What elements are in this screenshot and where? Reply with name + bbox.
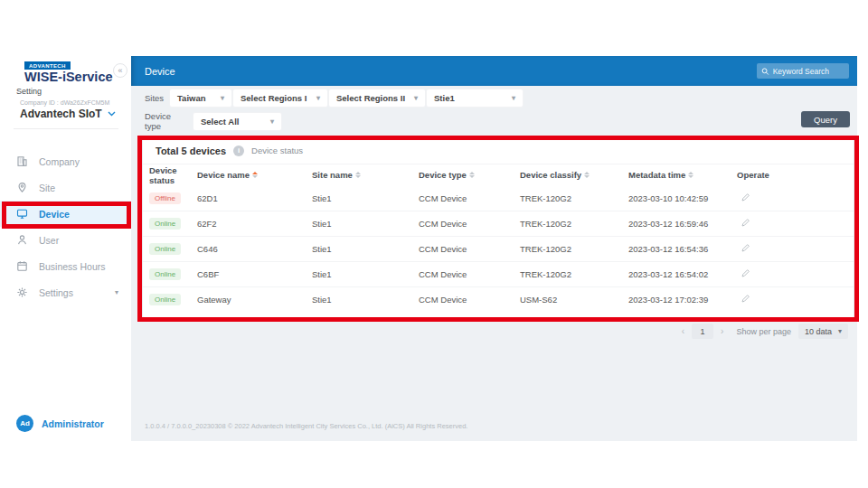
device-name-cell: Gateway (197, 295, 312, 305)
page-number-button[interactable]: 1 (692, 324, 713, 339)
edit-pencil-icon[interactable] (741, 192, 750, 202)
sidebar-collapse-button[interactable]: « (113, 63, 127, 78)
col-device-status: Device status (149, 165, 197, 185)
status-badge: Online (149, 218, 181, 230)
sidebar-item-settings[interactable]: Settings ▾ (0, 279, 131, 305)
metadata-time-cell: 2023-03-12 17:02:39 (628, 295, 737, 305)
device-status-legend-label: Device status (251, 145, 303, 155)
edit-pencil-icon[interactable] (741, 268, 750, 278)
chevron-down-icon: ▾ (270, 117, 274, 126)
query-button[interactable]: Query (801, 111, 850, 127)
device-type-filter-row: Device type Select All▾ (145, 111, 283, 131)
sidebar-divider (14, 128, 118, 129)
prev-page-icon[interactable]: ‹ (682, 327, 684, 336)
device-type-select[interactable]: Select All▾ (193, 113, 281, 130)
device-table-card: Total 5 devices i Device status Device s… (143, 137, 854, 318)
total-devices-label: Total 5 devices (156, 145, 226, 156)
sidebar-item-company[interactable]: Company (0, 148, 131, 174)
sidebar-item-label: Business Hours (39, 261, 106, 272)
device-name-cell: 62D1 (197, 193, 312, 203)
version-footer: 1.0.0.4 / 7.0.0.0_20230308 © 2022 Advant… (145, 422, 467, 430)
sidebar-item-label: Settings (39, 287, 73, 298)
device-type-cell: CCM Device (419, 295, 520, 305)
site-select[interactable]: Stie1▾ (427, 89, 523, 107)
device-type-cell: CCM Device (419, 269, 520, 279)
col-device-classify[interactable]: Device classify (520, 170, 628, 180)
gear-icon (16, 286, 28, 298)
edit-pencil-icon[interactable] (741, 294, 750, 304)
edit-pencil-icon[interactable] (741, 243, 750, 253)
sidebar-item-site[interactable]: Site (0, 174, 131, 201)
sidebar-item-business-hours[interactable]: Business Hours (0, 253, 131, 279)
user-name: Administrator (42, 418, 104, 429)
site-name-cell: Stie1 (312, 269, 419, 279)
col-site-name[interactable]: Site name (312, 170, 419, 180)
tenant-selector[interactable]: Advantech SIoT (20, 108, 116, 120)
current-user[interactable]: Ad Administrator (16, 415, 104, 432)
sidebar-item-label: Site (39, 183, 55, 193)
site-country-select[interactable]: Taiwan▾ (170, 89, 231, 107)
topbar: Device (131, 56, 857, 86)
collapse-icon: « (118, 66, 122, 75)
chevron-down-icon: ▾ (221, 94, 224, 102)
device-name-cell: 62F2 (197, 219, 312, 229)
col-device-type[interactable]: Device type (419, 170, 520, 180)
col-operate: Operate (737, 170, 854, 180)
chevron-down-icon (108, 111, 116, 117)
avatar: Ad (16, 415, 33, 432)
sort-icon (355, 172, 361, 178)
show-per-page-label: Show per page (736, 327, 791, 336)
building-icon (16, 155, 28, 167)
status-badge: Online (149, 268, 181, 280)
table-column-headers: Device status Device name Site name Devi… (143, 164, 854, 185)
device-name-cell: C646 (197, 244, 312, 254)
table-row: Online C6BF Stie1 CCM Device TREK-120G2 … (143, 261, 854, 286)
region1-select[interactable]: Select Regions I▾ (233, 89, 327, 107)
tenant-name: Advantech SIoT (20, 108, 102, 120)
sidebar-item-device[interactable]: Device (0, 201, 131, 227)
site-pin-icon (16, 182, 28, 193)
sort-icon (584, 172, 590, 178)
site-name-cell: Stie1 (312, 193, 419, 203)
sort-icon (688, 172, 693, 178)
status-badge: Offline (149, 192, 181, 204)
region2-select[interactable]: Select Regions II▾ (329, 89, 425, 107)
next-page-icon[interactable]: › (721, 327, 723, 336)
app-window: ADVANTECH WISE-iService Setting « Compan… (0, 56, 857, 441)
sidebar-item-label: Company (39, 156, 80, 167)
status-badge: Online (149, 243, 181, 255)
sidebar-item-user[interactable]: User (0, 227, 131, 253)
device-classify-cell: TREK-120G2 (520, 193, 628, 203)
metadata-time-cell: 2023-03-10 10:42:59 (628, 193, 737, 203)
sort-icon (469, 172, 475, 178)
status-badge: Online (149, 294, 181, 305)
site-name-cell: Stie1 (312, 244, 419, 254)
device-type-label: Device type (145, 111, 186, 131)
search-icon (761, 67, 769, 76)
device-classify-cell: TREK-120G2 (520, 269, 628, 279)
table-header-bar: Total 5 devices i Device status (143, 137, 854, 164)
info-icon[interactable]: i (233, 145, 244, 156)
table-row: Online Gateway Stie1 CCM Device USM-S62 … (143, 286, 854, 312)
search-input[interactable] (773, 67, 844, 76)
table-row: Offline 62D1 Stie1 CCM Device TREK-120G2… (143, 185, 854, 211)
device-type-cell: CCM Device (419, 244, 520, 254)
chevron-down-icon: ▾ (512, 94, 515, 102)
sidebar-item-label: Device (39, 209, 70, 220)
col-device-name[interactable]: Device name (197, 170, 312, 180)
table-row: Online C646 Stie1 CCM Device TREK-120G2 … (143, 236, 854, 261)
company-id-label: Company ID : dWa26ZxFCM5M (20, 99, 109, 106)
chevron-down-icon: ▾ (316, 94, 320, 102)
sites-label: Sites (145, 93, 163, 103)
device-classify-cell: USM-S62 (520, 295, 628, 305)
product-subtitle: Setting (16, 87, 42, 96)
sidebar: ADVANTECH WISE-iService Setting « Compan… (0, 56, 131, 441)
device-type-cell: CCM Device (419, 219, 520, 229)
keyword-search[interactable] (757, 63, 849, 79)
col-metadata-time[interactable]: Metadata time (628, 170, 737, 180)
page-size-select[interactable]: 10 data▾ (798, 324, 848, 339)
device-type-cell: CCM Device (419, 193, 520, 203)
sidebar-item-label: User (39, 235, 59, 246)
edit-pencil-icon[interactable] (741, 218, 750, 228)
metadata-time-cell: 2023-03-12 16:59:46 (628, 219, 737, 229)
